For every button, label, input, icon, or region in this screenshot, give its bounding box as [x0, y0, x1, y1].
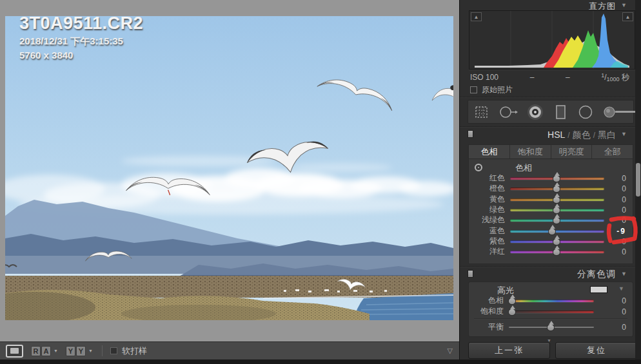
histogram-chart[interactable]: ▲ ▲	[469, 10, 635, 70]
original-photo-row: 原始照片	[470, 84, 513, 95]
photo-canvas[interactable]: 3T0A9511.CR2 2018/12/31 下午3:15:35 5760 x…	[5, 16, 453, 320]
blue-hue-slider[interactable]	[510, 230, 604, 233]
hsl-panel-header[interactable]: HSL/颜色/黑白 ▼	[460, 128, 635, 140]
tab-saturation[interactable]: 饱和度	[510, 145, 551, 158]
shadow-clipping-indicator[interactable]: ▲	[471, 12, 482, 21]
slider-row-yellow: 黄色 0	[469, 195, 633, 204]
slider-value[interactable]: 0	[604, 174, 633, 183]
split-view-dropdown-icon[interactable]: ▼	[88, 349, 93, 353]
slider-thumb[interactable]	[553, 186, 560, 193]
split-right-button[interactable]: Y	[76, 346, 86, 356]
highlights-expand-icon[interactable]: ▼	[618, 285, 624, 292]
radial-filter-icon[interactable]	[577, 103, 595, 121]
after-view-button[interactable]: A	[41, 346, 51, 356]
panel-scrollbar-thumb[interactable]	[636, 163, 640, 196]
split-view-buttons: Y Y ▼	[66, 346, 93, 356]
photo-dimensions: 5760 x 3840	[19, 50, 143, 61]
slider-value[interactable]: 0	[594, 296, 633, 305]
filmstrip-edge	[0, 359, 641, 364]
slider-thumb[interactable]	[508, 298, 516, 305]
slider-thumb[interactable]	[508, 309, 516, 316]
highlights-color-swatch[interactable]	[590, 286, 607, 293]
histogram-collapse-icon[interactable]: ▼	[621, 2, 627, 8]
purple-hue-slider[interactable]	[510, 240, 604, 243]
slider-value[interactable]: 0	[604, 216, 633, 225]
hsl-tabs: 色相 饱和度 明亮度 全部	[468, 144, 633, 159]
slider-label: 蓝色	[469, 225, 510, 236]
slider-label: 橙色	[469, 183, 510, 194]
histogram-svg	[469, 11, 635, 69]
original-photo-checkbox[interactable]	[470, 86, 477, 93]
red-hue-slider[interactable]	[510, 177, 604, 180]
slider-thumb[interactable]	[547, 324, 555, 331]
spot-removal-icon[interactable]	[498, 104, 518, 120]
slider-thumb[interactable]	[553, 249, 560, 256]
loupe-view-icon	[10, 348, 19, 354]
tab-hue[interactable]: 色相	[469, 145, 510, 158]
crop-overlay-icon[interactable]	[473, 104, 490, 120]
tab-luminance[interactable]: 明亮度	[551, 145, 593, 158]
slider-row-aqua: 浅绿色 0	[469, 215, 633, 225]
slider-thumb[interactable]	[553, 196, 560, 204]
orange-hue-slider[interactable]	[510, 187, 604, 190]
balance-slider[interactable]	[509, 327, 594, 328]
split-toning-body: 高光 ▼ 色相 0 饱和度 0 平衡 0	[468, 282, 633, 337]
slider-value[interactable]: 0	[604, 184, 633, 193]
slider-label: 红色	[469, 173, 510, 184]
slider-value[interactable]: 0	[604, 206, 633, 215]
balance-row: 平衡 0	[469, 322, 633, 332]
slider-value[interactable]: 0	[604, 195, 633, 204]
before-after-dropdown-icon[interactable]: ▼	[54, 349, 58, 353]
split-hue-slider[interactable]	[509, 300, 594, 302]
slider-thumb[interactable]	[553, 217, 560, 224]
slider-thumb[interactable]	[553, 175, 560, 182]
slider-label: 平衡	[469, 321, 509, 332]
slider-thumb[interactable]	[553, 207, 560, 214]
hsl-collapse-icon[interactable]: ▼	[621, 131, 627, 137]
tool-strip	[468, 100, 634, 124]
green-hue-slider[interactable]	[510, 209, 604, 211]
slider-row-red: 红色 0	[469, 173, 633, 183]
focal-placeholder: –	[566, 73, 570, 82]
exif-info-row: ISO 100 – – 1/1000 秒	[470, 72, 629, 82]
yellow-hue-slider[interactable]	[510, 198, 604, 201]
magenta-hue-slider[interactable]	[510, 251, 604, 253]
previous-button[interactable]: 上一张	[468, 342, 550, 359]
hue-section-title: 色相	[515, 162, 532, 174]
split-saturation-slider[interactable]	[509, 311, 594, 313]
hsl-mode-hsl[interactable]: HSL	[547, 129, 565, 140]
panel-scrollbar[interactable]	[635, 0, 641, 359]
view-toolbar: R A ▼ Y Y ▼ 软打样 ▽	[0, 341, 459, 359]
panel-divider	[460, 97, 635, 98]
graduated-filter-icon[interactable]	[553, 103, 568, 121]
hsl-mode-bw[interactable]: 黑白	[598, 129, 616, 140]
slider-row-orange: 橙色 0	[469, 184, 633, 193]
split-left-button[interactable]: Y	[66, 346, 75, 356]
slider-value[interactable]: 0	[604, 237, 633, 246]
slider-value[interactable]: 0	[604, 247, 633, 256]
hsl-mode-color[interactable]: 颜色	[573, 129, 591, 140]
slider-thumb[interactable]	[548, 228, 556, 235]
toolbar-chevron-down-icon[interactable]: ▽	[448, 347, 453, 355]
split-toning-collapse-icon[interactable]: ▼	[621, 271, 627, 277]
slider-row-blue: 蓝色 -9	[469, 226, 633, 236]
split-saturation-row: 饱和度 0	[469, 307, 633, 316]
split-toning-toggle[interactable]	[468, 270, 473, 278]
photo-info-overlay: 3T0A9511.CR2 2018/12/31 下午3:15:35 5760 x…	[19, 16, 143, 61]
slider-thumb[interactable]	[553, 238, 560, 245]
soft-proofing-checkbox[interactable]	[110, 347, 117, 354]
hsl-panel-toggle[interactable]	[468, 130, 473, 138]
slider-value-adjusted[interactable]: -9	[604, 227, 633, 236]
reset-button[interactable]: 复位	[555, 342, 638, 359]
slider-value[interactable]: 0	[594, 307, 633, 316]
highlight-clipping-indicator[interactable]: ▲	[622, 12, 633, 21]
red-eye-icon[interactable]	[526, 103, 544, 121]
before-view-button[interactable]: R	[31, 346, 41, 356]
aqua-hue-slider[interactable]	[510, 219, 604, 222]
split-toning-header[interactable]: 分离色调 ▼	[460, 268, 635, 280]
targeted-adjustment-icon[interactable]	[475, 164, 482, 171]
tab-all[interactable]: 全部	[592, 145, 633, 158]
slider-value[interactable]: 0	[594, 323, 633, 332]
loupe-view-button[interactable]	[6, 345, 23, 358]
develop-right-panel: 直方图 ▼ ▲ ▲ ISO 100 – –	[459, 0, 641, 359]
